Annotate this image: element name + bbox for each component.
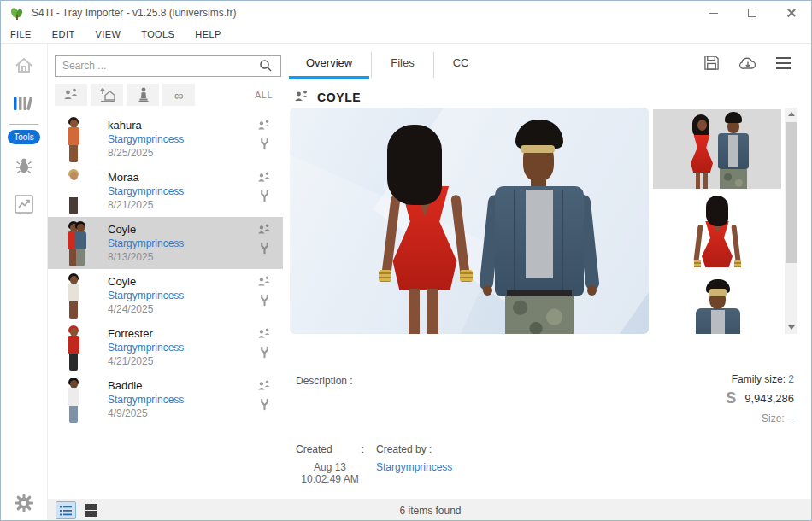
- hamburger-menu-button[interactable]: [776, 57, 791, 69]
- item-date: 4/21/2025: [108, 355, 184, 367]
- scrollbar-thumb[interactable]: [786, 122, 797, 263]
- status-bar: 6 items found: [48, 499, 812, 521]
- item-date: 4/24/2025: [108, 303, 184, 315]
- tray-list-panel: ∞ ALL kahura Stargymprincess 8/25/2025: [48, 44, 283, 499]
- sim-thumbnail: [60, 167, 89, 215]
- home-nav-button[interactable]: [1, 56, 47, 76]
- item-author-link[interactable]: Stargymprincess: [108, 342, 184, 354]
- menu-help[interactable]: HELP: [195, 29, 221, 39]
- maximize-button[interactable]: [733, 1, 772, 25]
- created-by-label: Created by :: [376, 443, 452, 455]
- item-author-link[interactable]: Stargymprincess: [108, 185, 184, 197]
- grid-view-icon: [85, 504, 97, 517]
- size-value: --: [787, 413, 794, 424]
- tab-overview[interactable]: Overview: [297, 56, 361, 79]
- filter-household-button[interactable]: [91, 84, 123, 106]
- thumbnail-couple[interactable]: [653, 109, 781, 189]
- thumbnail-scrollbar[interactable]: [785, 108, 797, 334]
- window-title: S4TI - Tray Importer - v1.25.8 (lunivers…: [32, 7, 236, 19]
- item-name: Moraa: [108, 171, 184, 184]
- search-icon[interactable]: [259, 59, 273, 73]
- menu-file[interactable]: FILE: [10, 29, 32, 39]
- cc-wrench-icon: [259, 346, 270, 359]
- item-author-link[interactable]: Stargymprincess: [108, 290, 184, 301]
- list-item[interactable]: Moraa Stargymprincess 8/21/2025: [48, 165, 283, 217]
- item-name: Baddie: [108, 379, 184, 392]
- item-date: 8/13/2025: [108, 251, 184, 263]
- detail-header: COYLE: [294, 90, 812, 104]
- scroll-up-button[interactable]: [785, 108, 797, 120]
- sim-thumbnail: [60, 376, 89, 424]
- item-author-link[interactable]: Stargymprincess: [108, 237, 184, 249]
- search-input[interactable]: [55, 55, 281, 77]
- created-by-link[interactable]: Stargymprincess: [376, 461, 452, 473]
- plant-logo-icon: [9, 5, 25, 20]
- filter-infinity-button[interactable]: ∞: [162, 84, 195, 106]
- grid-view-button[interactable]: [80, 501, 101, 519]
- tools-badge: Tools: [8, 130, 40, 144]
- save-button[interactable]: [703, 55, 720, 71]
- infinity-icon: ∞: [174, 89, 184, 102]
- size-label: Size:: [762, 413, 785, 424]
- list-item-selected[interactable]: Coyle Stargymprincess 8/13/2025: [48, 217, 283, 269]
- filter-all-label[interactable]: ALL: [255, 90, 276, 100]
- tab-files[interactable]: Files: [382, 56, 422, 79]
- thumbnail-male-sim[interactable]: [653, 278, 781, 334]
- menu-tools[interactable]: TOOLS: [141, 29, 174, 39]
- list-item[interactable]: Coyle Stargymprincess 4/24/2025: [48, 269, 283, 321]
- list-view-icon: [59, 505, 73, 517]
- chevron-up-icon: [788, 112, 795, 116]
- item-name: Coyle: [108, 223, 184, 236]
- item-name: Forrester: [108, 327, 184, 340]
- simoleon-icon: S: [726, 390, 736, 406]
- cc-wrench-icon: [259, 294, 270, 307]
- filter-sims-button[interactable]: [55, 84, 87, 106]
- library-nav-button[interactable]: [1, 95, 47, 112]
- item-author-link[interactable]: Stargymprincess: [108, 133, 184, 145]
- cc-wrench-icon: [259, 138, 270, 150]
- preview-image: [290, 108, 649, 334]
- family-size-value: 2: [788, 373, 794, 385]
- stats-nav-button[interactable]: [1, 194, 47, 214]
- sidebar-divider: [9, 124, 38, 125]
- sim-type-icon: [257, 224, 271, 237]
- debug-nav-button[interactable]: [1, 156, 47, 175]
- cc-wrench-icon: [259, 190, 270, 202]
- minimize-button[interactable]: [693, 1, 733, 25]
- menu-edit[interactable]: EDIT: [52, 29, 75, 39]
- list-view-button[interactable]: [56, 501, 76, 519]
- item-author-link[interactable]: Stargymprincess: [108, 394, 184, 406]
- sim-type-icon: [257, 328, 271, 341]
- list-item[interactable]: Forrester Stargymprincess 4/21/2025: [48, 321, 283, 373]
- cc-wrench-icon: [259, 398, 270, 411]
- menu-bar: FILE EDIT VIEW TOOLS HELP: [1, 25, 811, 44]
- sim-thumbnail: [60, 115, 89, 163]
- description-label: Description :: [296, 375, 353, 387]
- minimize-icon: [709, 13, 718, 14]
- cloud-download-button[interactable]: [738, 55, 757, 71]
- list-item[interactable]: kahura Stargymprincess 8/25/2025: [48, 113, 283, 165]
- item-date: 4/9/2025: [108, 407, 184, 419]
- stats-chart-icon: [14, 194, 34, 214]
- list-item[interactable]: Baddie Stargymprincess 4/9/2025: [48, 373, 283, 425]
- settings-button[interactable]: [1, 493, 47, 513]
- filter-sim-button[interactable]: [127, 84, 159, 106]
- thumbnail-female-sim[interactable]: [653, 192, 781, 274]
- sim-thumbnail: [60, 272, 89, 319]
- close-button[interactable]: [772, 1, 811, 25]
- scroll-down-button[interactable]: [785, 321, 797, 334]
- sim-type-icon: [257, 120, 271, 132]
- sims-people-icon: [63, 88, 79, 102]
- item-name: Coyle: [108, 275, 184, 288]
- app-window: S4TI - Tray Importer - v1.25.8 (lunivers…: [0, 0, 812, 521]
- tab-cc[interactable]: CC: [444, 56, 478, 79]
- item-name: kahura: [108, 119, 184, 132]
- house-upload-icon: [99, 87, 115, 102]
- home-icon: [14, 56, 34, 76]
- bug-icon: [15, 156, 33, 175]
- created-info: Created : Aug 13 10:02:49 AM Created by …: [296, 443, 452, 485]
- menu-view[interactable]: VIEW: [96, 29, 121, 39]
- library-icon: [13, 95, 35, 112]
- gear-icon: [14, 493, 34, 513]
- cc-wrench-icon: [259, 242, 270, 255]
